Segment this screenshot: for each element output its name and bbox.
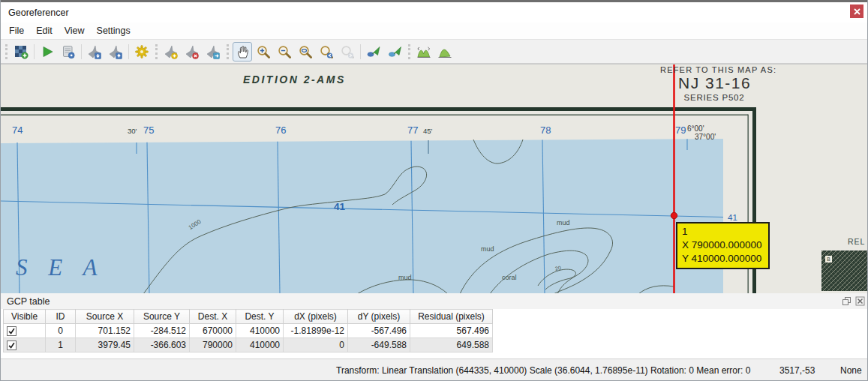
tooltip-y: Y 410000.000000: [682, 252, 762, 266]
zoom-next-button[interactable]: [338, 42, 357, 62]
generate-gdal-script-button[interactable]: [59, 42, 78, 62]
play-icon: [40, 44, 55, 59]
gcp-table-header-row: Visible ID Source X Source Y Dest. X Des…: [4, 310, 493, 324]
zoom-last-button[interactable]: [317, 42, 336, 62]
cell-source-y-1[interactable]: -366.603: [134, 338, 190, 352]
window-title: Georeferencer: [8, 8, 69, 18]
toolbar-grip[interactable]: [155, 44, 158, 59]
lat-label-41-b: 41: [728, 214, 737, 223]
tooltip-id: 1: [682, 225, 762, 238]
cell-id-0[interactable]: 0: [46, 324, 76, 338]
title-bar[interactable]: Georeferencer: [1, 2, 867, 22]
seabed-coral: coral: [502, 274, 517, 281]
cell-source-x-0[interactable]: 701.152: [76, 324, 134, 338]
pan-button[interactable]: [233, 42, 252, 62]
col-dest-y[interactable]: Dest. Y: [236, 310, 284, 324]
cell-dest-y-1[interactable]: 410000: [236, 338, 284, 352]
map-refer-label: REFER TO THIS MAP AS:: [660, 66, 776, 74]
open-raster-icon: [14, 44, 29, 59]
toolbar: [1, 39, 867, 64]
gcp-panel-header[interactable]: GCP table: [1, 293, 868, 309]
panel-close-button[interactable]: [854, 296, 866, 307]
gcp-row-0[interactable]: 0 701.152 -284.512 670000 410000 -1.8189…: [4, 324, 493, 338]
zoom-in-button[interactable]: [254, 42, 273, 62]
minute-label-45: 45': [423, 128, 432, 135]
legend-b-label: B: [825, 256, 832, 262]
float-icon: [842, 296, 851, 306]
load-gcp-points-button[interactable]: [85, 42, 104, 62]
seabed-mud-2: mud: [481, 246, 494, 253]
menu-file[interactable]: File: [3, 23, 30, 38]
col-residual[interactable]: Residual (pixels): [410, 310, 493, 324]
visible-checkbox-0[interactable]: [7, 326, 17, 336]
menu-settings[interactable]: Settings: [91, 23, 137, 38]
cell-source-x-1[interactable]: 3979.45: [76, 338, 134, 352]
link-qgis-to-georeferencer-button[interactable]: [385, 42, 404, 62]
status-crs[interactable]: None: [840, 365, 862, 376]
toolbar-grip[interactable]: [408, 44, 410, 59]
close-button[interactable]: [850, 4, 863, 18]
move-point-button[interactable]: [203, 42, 223, 62]
toolbar-separator: [34, 44, 35, 59]
gcp-row-1[interactable]: 1 3979.45 -366.603 790000 410000 0 -649.…: [4, 338, 493, 352]
add-point-button[interactable]: [161, 42, 181, 62]
zoom-to-layer-button[interactable]: [296, 42, 315, 62]
relief-label: REL: [848, 238, 865, 246]
toolbar-grip[interactable]: [227, 44, 229, 59]
cell-residual-1: 649.588: [410, 338, 493, 352]
col-dy[interactable]: dY (pixels): [348, 310, 410, 324]
full-histogram-stretch-button[interactable]: [414, 42, 434, 62]
col-dx[interactable]: dX (pixels): [284, 310, 348, 324]
transformation-settings-button[interactable]: [132, 42, 152, 62]
start-georeferencing-button[interactable]: [38, 42, 57, 62]
cell-dest-y-0[interactable]: 410000: [236, 324, 284, 338]
cell-id-1[interactable]: 1: [46, 338, 76, 352]
cell-dy-1: -649.588: [348, 338, 410, 352]
link-georeferencer-to-qgis-button[interactable]: [364, 42, 383, 62]
local-histogram-icon: [437, 44, 452, 59]
grid-label-78: 78: [540, 125, 551, 135]
save-gcp-points-button[interactable]: [106, 42, 125, 62]
delete-point-button[interactable]: [182, 42, 202, 62]
gcp-marker-1[interactable]: [671, 212, 677, 218]
lat-label-41-a: 41: [334, 202, 345, 212]
zoom-out-button[interactable]: [275, 42, 294, 62]
move-point-icon: [206, 44, 221, 59]
menu-edit[interactable]: Edit: [30, 23, 59, 38]
col-dest-x[interactable]: Dest. X: [190, 310, 236, 324]
status-transform-text: Transform: Linear Translation (644335, 4…: [336, 365, 750, 376]
col-id[interactable]: ID: [46, 310, 76, 324]
pan-hand-icon: [235, 44, 250, 59]
map-canvas[interactable]: EDITION 2-AMS REFER TO THIS MAP AS: NJ 3…: [1, 64, 868, 293]
visible-checkbox-1[interactable]: [7, 340, 17, 350]
zoom-next-icon: [340, 44, 355, 59]
grid-label-75: 75: [143, 125, 154, 135]
cell-dx-1: 0: [284, 338, 348, 352]
gcp-table: Visible ID Source X Source Y Dest. X Des…: [3, 309, 493, 352]
local-histogram-stretch-button[interactable]: [435, 42, 455, 62]
menu-view[interactable]: View: [59, 23, 91, 38]
toolbar-grip[interactable]: [5, 44, 8, 59]
grid-label-76: 76: [275, 125, 286, 135]
check-icon: [8, 341, 16, 350]
delete-point-icon: [185, 44, 200, 59]
panel-float-button[interactable]: [841, 296, 852, 307]
georeferencer-window: Georeferencer File Edit View Settings: [0, 0, 868, 381]
col-source-y[interactable]: Source Y: [134, 310, 190, 324]
cell-dest-x-1[interactable]: 790000: [190, 338, 236, 352]
toolbar-separator: [360, 44, 361, 59]
cell-source-y-0[interactable]: -284.512: [134, 324, 190, 338]
cell-visible-1: [4, 338, 46, 352]
open-raster-button[interactable]: [11, 42, 31, 62]
zoom-to-layer-icon: [298, 44, 313, 59]
link-qgis-icon: [387, 44, 402, 59]
col-visible[interactable]: Visible: [4, 310, 46, 324]
col-source-x[interactable]: Source X: [76, 310, 134, 324]
zoom-out-icon: [277, 44, 292, 59]
gcp-coordinate-tooltip: 1 X 790000.000000 Y 410000.000000: [676, 222, 770, 269]
close-icon: [854, 8, 860, 15]
cell-dest-x-0[interactable]: 670000: [190, 324, 236, 338]
minute-label-30: 30': [128, 128, 137, 135]
add-point-icon: [164, 44, 179, 59]
seabed-mud-1: mud: [557, 220, 570, 226]
